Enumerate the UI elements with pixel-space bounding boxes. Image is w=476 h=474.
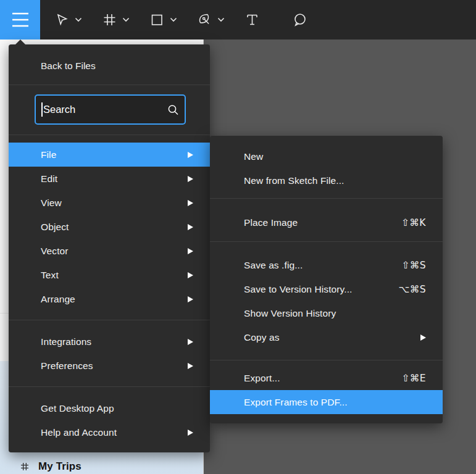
file-submenu-item-new[interactable]: New — [210, 144, 443, 168]
text-icon — [244, 12, 260, 27]
submenu-arrow-icon — [188, 296, 193, 302]
file-submenu-item-place-image[interactable]: Place Image⇧⌘K — [210, 210, 443, 235]
menu-item-label: Integrations — [41, 336, 91, 347]
pen-tool-button[interactable] — [197, 0, 244, 40]
menu-item-label: Preferences — [41, 360, 93, 372]
chevron-down-icon — [122, 17, 130, 22]
submenu-arrow-icon — [188, 272, 193, 278]
move-tool-button[interactable] — [54, 0, 102, 40]
chevron-down-icon — [75, 17, 82, 22]
menu-item-label: Place Image — [244, 217, 298, 228]
frame-icon — [102, 12, 117, 27]
shortcut-label: ⇧⌘E — [401, 373, 426, 384]
file-submenu-item-new-from-sketch-file[interactable]: New from Sketch File... — [210, 168, 443, 193]
menu-tool-button[interactable] — [0, 0, 40, 40]
menu-item-label: Text — [41, 270, 59, 281]
menu-item-label: Save as .fig... — [244, 260, 303, 271]
submenu-arrow-icon — [188, 363, 193, 369]
file-submenu-item-show-version-history[interactable]: Show Version History — [210, 301, 443, 325]
menu-item-label: Edit — [41, 173, 57, 185]
submenu-arrow-icon — [188, 176, 193, 182]
chevron-down-icon — [170, 17, 177, 22]
menu-item-label: New from Sketch File... — [244, 175, 344, 186]
figma-app: My Trips Back to Files FileEd — [0, 0, 476, 474]
pen-icon — [197, 12, 212, 27]
main-menu: Back to Files FileEditViewObjectVectorTe… — [9, 44, 210, 452]
menu-item-back-to-files[interactable]: Back to Files — [9, 55, 210, 77]
menu-item-label: Back to Files — [41, 60, 96, 72]
file-submenu-item-export[interactable]: Export...⇧⌘E — [210, 366, 443, 390]
menu-item-arrange[interactable]: Arrange — [9, 287, 210, 311]
chevron-down-icon — [217, 17, 225, 22]
menu-item-label: Object — [41, 222, 69, 233]
frame-icon — [20, 462, 30, 472]
move-icon — [54, 12, 70, 27]
file-submenu-item-export-frames-to-pdf[interactable]: Export Frames to PDF... — [210, 390, 443, 414]
menu-item-label: Copy as — [244, 332, 280, 343]
submenu-arrow-icon — [188, 224, 193, 230]
menu-item-object[interactable]: Object — [9, 215, 210, 239]
file-submenu: NewNew from Sketch File...Place Image⇧⌘K… — [210, 136, 443, 423]
submenu-arrow-icon — [188, 248, 193, 254]
comment-tool-button[interactable] — [292, 0, 340, 40]
search-input[interactable] — [35, 94, 186, 125]
menu-item-label: File — [41, 149, 56, 160]
menu-item-label: View — [41, 198, 62, 209]
menu-item-edit[interactable]: Edit — [9, 167, 210, 191]
menu-item-text[interactable]: Text — [9, 263, 210, 287]
toolbar — [0, 0, 476, 40]
menu-item-help-and-account[interactable]: Help and Account — [9, 420, 210, 444]
menu-item-vector[interactable]: Vector — [9, 239, 210, 263]
menu-item-preferences[interactable]: Preferences — [9, 354, 210, 378]
menu-item-label: New — [244, 151, 263, 162]
rectangle-tool-button[interactable] — [149, 0, 197, 40]
menu-item-view[interactable]: View — [9, 191, 210, 215]
menu-item-label: Save to Version History... — [244, 284, 352, 295]
menu-caret — [15, 40, 25, 44]
menu-item-integrations[interactable]: Integrations — [9, 330, 210, 354]
text-tool-button[interactable] — [244, 0, 292, 40]
frame-name-label: My Trips — [38, 460, 81, 473]
submenu-arrow-icon — [188, 200, 193, 206]
shortcut-label: ⇧⌘K — [401, 217, 426, 228]
submenu-arrow-icon — [188, 339, 193, 345]
menu-item-label: Export... — [244, 373, 280, 384]
search-icon — [167, 104, 179, 115]
menu-item-file[interactable]: File — [9, 143, 210, 167]
comment-icon — [292, 12, 308, 28]
submenu-arrow-icon — [188, 430, 193, 436]
submenu-arrow-icon — [188, 152, 193, 158]
menu-item-label: Show Version History — [244, 308, 336, 319]
menu-icon — [11, 12, 30, 28]
file-submenu-item-copy-as[interactable]: Copy as — [210, 325, 443, 349]
shortcut-label: ⌥⌘S — [398, 284, 426, 295]
submenu-arrow-icon — [420, 335, 426, 341]
panel-item-my-trips[interactable]: My Trips — [20, 460, 81, 473]
menu-item-label: Arrange — [41, 294, 75, 305]
file-submenu-item-save-to-version-history[interactable]: Save to Version History...⌥⌘S — [210, 277, 443, 301]
shortcut-label: ⇧⌘S — [401, 260, 426, 271]
frame-tool-button[interactable] — [102, 0, 149, 40]
menu-item-label: Export Frames to PDF... — [244, 397, 348, 408]
file-submenu-item-save-as-fig[interactable]: Save as .fig...⇧⌘S — [210, 253, 443, 277]
text-cursor — [41, 102, 43, 117]
menu-item-label: Get Desktop App — [41, 403, 114, 414]
menu-item-label: Help and Account — [41, 427, 117, 438]
menu-item-label: Vector — [41, 246, 69, 257]
rectangle-icon — [149, 12, 165, 27]
menu-item-get-desktop-app[interactable]: Get Desktop App — [9, 396, 210, 420]
